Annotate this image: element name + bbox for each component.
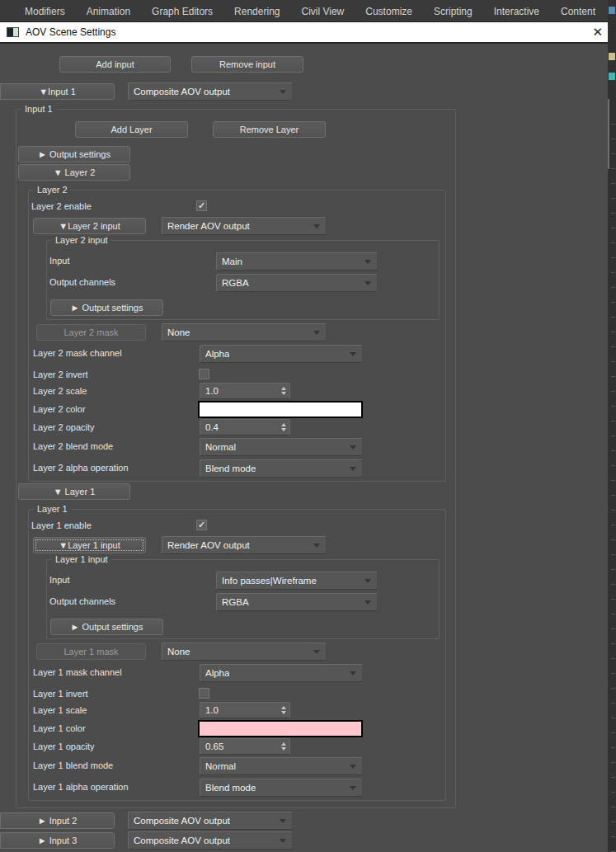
- layer2-mask-channel-dropdown[interactable]: Alpha: [200, 345, 363, 363]
- background-icon: [609, 7, 615, 14]
- input-label: Input: [49, 575, 69, 585]
- menu-item-modifiers[interactable]: Modifiers: [25, 6, 65, 17]
- chevron-down-icon: [364, 260, 371, 264]
- dropdown-value: Alpha: [205, 668, 229, 678]
- spinner-arrows-icon[interactable]: [278, 423, 289, 431]
- menu-item-civil-view[interactable]: Civil View: [301, 6, 344, 17]
- dialog-title: AOV Scene Settings: [26, 26, 115, 38]
- layer1-alpha-operation-dropdown[interactable]: Blend mode: [200, 779, 363, 797]
- spinner-value: 0.4: [200, 422, 278, 432]
- input2-type-dropdown[interactable]: Composite AOV output: [128, 812, 293, 830]
- layer1-output-channels-dropdown[interactable]: RGBA: [216, 593, 378, 611]
- add-layer-button[interactable]: Add Layer: [75, 121, 188, 138]
- menu-item-rendering[interactable]: Rendering: [234, 6, 280, 17]
- layer1-mask-channel-dropdown[interactable]: Alpha: [200, 664, 363, 682]
- input3-toggle-button[interactable]: ► Input 3: [0, 832, 115, 849]
- dropdown-value: Blend mode: [205, 783, 256, 793]
- remove-layer-button[interactable]: Remove Layer: [213, 121, 326, 138]
- dialog-body: Add input Remove input ▼Input 1 Composit…: [0, 56, 608, 850]
- menu-item-customize[interactable]: Customize: [365, 6, 412, 17]
- input1-group: Input 1 Add Layer Remove Layer ► Output …: [16, 109, 456, 808]
- chevron-down-icon: [313, 224, 320, 228]
- layer2-scale-spinner[interactable]: 1.0: [200, 383, 290, 399]
- layer2-input-type-dropdown[interactable]: Render AOV output: [162, 217, 327, 235]
- group-label: Layer 2: [34, 185, 71, 195]
- menu-item-scripting[interactable]: Scripting: [434, 6, 473, 17]
- spinner-value: 1.0: [200, 386, 278, 396]
- layer2-toggle-button[interactable]: ▼ Layer 2: [18, 164, 130, 181]
- dropdown-value: Main: [222, 257, 242, 266]
- dropdown-value: Alpha: [205, 349, 229, 359]
- layer1-opacity-spinner[interactable]: 0.65: [200, 738, 290, 755]
- dropdown-value: Composite AOV output: [134, 816, 230, 826]
- input2-toggle-button[interactable]: ► Input 2: [0, 812, 115, 829]
- close-button[interactable]: ✕: [592, 25, 603, 40]
- add-input-button[interactable]: Add input: [59, 56, 171, 73]
- dialog-titlebar[interactable]: AOV Scene Settings ✕: [0, 22, 616, 44]
- input1-type-dropdown[interactable]: Composite AOV output: [128, 82, 293, 101]
- ruler-ticks-icon: [611, 124, 615, 852]
- menu-item-content[interactable]: Content: [561, 6, 595, 17]
- dropdown-value: Info passes|Wireframe: [222, 576, 317, 586]
- background-icon: [609, 53, 615, 60]
- layer1-invert-label: Layer 1 invert: [33, 689, 88, 699]
- input3-type-dropdown[interactable]: Composite AOV output: [128, 831, 293, 850]
- layer2-mask-dropdown[interactable]: None: [162, 323, 327, 341]
- spinner-arrows-icon[interactable]: [278, 706, 289, 714]
- layer1-invert-checkbox[interactable]: [199, 688, 209, 699]
- layer1-scale-spinner[interactable]: 1.0: [200, 702, 290, 718]
- layer2-color-label: Layer 2 color: [33, 404, 86, 414]
- layer1-enable-checkbox[interactable]: ✓: [196, 520, 207, 530]
- input1-toggle-button[interactable]: ▼Input 1: [0, 83, 115, 100]
- layer2-input-group: Layer 2 input Input Main Output channels…: [46, 240, 440, 320]
- chevron-down-icon: [313, 544, 320, 548]
- layer2-blend-mode-dropdown[interactable]: Normal: [200, 438, 363, 456]
- chevron-down-icon: [364, 579, 371, 583]
- chevron-down-icon: [364, 600, 371, 605]
- chevron-down-icon: [313, 650, 320, 654]
- remove-input-button[interactable]: Remove input: [191, 56, 303, 73]
- layer1-opacity-label: Layer 1 opacity: [33, 741, 95, 751]
- layer1-input-toggle-button[interactable]: ▼Layer 1 input: [33, 537, 146, 553]
- layer2-alpha-operation-dropdown[interactable]: Blend mode: [200, 459, 363, 478]
- layer2-output-channels-dropdown[interactable]: RGBA: [216, 274, 378, 292]
- layer2-color-swatch[interactable]: [198, 401, 363, 418]
- group-label: Input 1: [21, 104, 56, 114]
- layer2-enable-checkbox[interactable]: ✓: [196, 200, 207, 211]
- menu-item-graph-editors[interactable]: Graph Editors: [152, 6, 213, 17]
- layer2-input-toggle-button[interactable]: ▼Layer 2 input: [33, 218, 146, 234]
- layer2-invert-checkbox[interactable]: [199, 369, 209, 379]
- chevron-down-icon: [350, 445, 356, 450]
- dropdown-value: Render AOV output: [167, 221, 250, 231]
- layer1-blend-mode-dropdown[interactable]: Normal: [200, 757, 363, 775]
- chevron-down-icon: [280, 839, 286, 843]
- spinner-value: 1.0: [200, 705, 278, 715]
- layer1-mask-dropdown[interactable]: None: [162, 643, 327, 661]
- menu-item-animation[interactable]: Animation: [87, 6, 130, 17]
- menu-item-interactive[interactable]: Interactive: [494, 6, 539, 17]
- spinner-value: 0.65: [200, 741, 278, 751]
- layer2-output-settings-button[interactable]: ► Output settings: [50, 299, 163, 316]
- spinner-arrows-icon[interactable]: [278, 742, 289, 751]
- menu-bar: Modifiers Animation Graph Editors Render…: [0, 0, 616, 22]
- layer2-input-dropdown[interactable]: Main: [216, 252, 378, 271]
- dropdown-value: Normal: [205, 442, 236, 452]
- chevron-down-icon: [350, 671, 356, 675]
- layer2-mask-button: Layer 2 mask: [36, 324, 146, 341]
- layer1-output-settings-button[interactable]: ► Output settings: [50, 619, 163, 635]
- layer2-group: Layer 2 Layer 2 enable ✓ ▼Layer 2 input …: [28, 190, 446, 482]
- layer1-input-dropdown[interactable]: Info passes|Wireframe: [216, 572, 378, 590]
- input1-output-settings-button[interactable]: ► Output settings: [18, 146, 130, 162]
- spinner-arrows-icon[interactable]: [278, 387, 289, 395]
- layer1-enable-label: Layer 1 enable: [31, 520, 92, 530]
- scrollbar-thumb[interactable]: [608, 99, 609, 169]
- chevron-down-icon: [350, 786, 356, 790]
- group-label: Layer 1: [34, 504, 71, 514]
- layer2-opacity-spinner[interactable]: 0.4: [200, 419, 290, 435]
- layer1-color-label: Layer 1 color: [33, 723, 86, 733]
- layer1-mask-channel-label: Layer 1 mask channel: [33, 667, 122, 677]
- layer1-color-swatch[interactable]: [198, 720, 363, 737]
- layer1-blend-mode-label: Layer 1 blend mode: [33, 760, 113, 770]
- layer1-toggle-button[interactable]: ▼ Layer 1: [18, 483, 130, 500]
- layer1-input-type-dropdown[interactable]: Render AOV output: [162, 536, 327, 554]
